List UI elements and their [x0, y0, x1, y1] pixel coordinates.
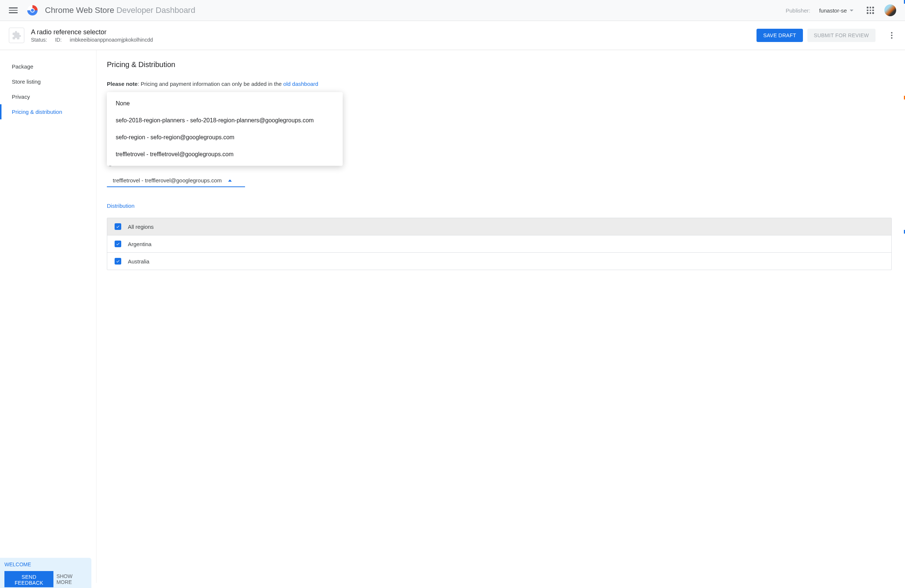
region-row-argentina[interactable]: Argentina — [107, 235, 891, 252]
group-select[interactable]: treffletrovel - trefflerovel@googlegroup… — [107, 174, 245, 187]
item-status-label: Status: — [31, 37, 47, 43]
feedback-title: WELCOME — [5, 561, 87, 567]
save-draft-button[interactable]: SAVE DRAFT — [756, 29, 803, 42]
avatar[interactable] — [884, 5, 896, 16]
show-more-link[interactable]: SHOW MORE — [56, 573, 87, 585]
group-select-wrap: None sefo-2018-region-planners - sefo-20… — [107, 174, 892, 187]
app-subtitle: Developer Dashboard — [116, 6, 195, 15]
app-header: Chrome Web Store Developer Dashboard Pub… — [0, 0, 905, 21]
region-table: All regions Argentina Australia — [107, 218, 892, 270]
region-checkbox-all[interactable] — [114, 223, 121, 230]
item-id-label: ID: — [55, 37, 62, 43]
region-label: All regions — [128, 223, 154, 230]
sidebar-item-package[interactable]: Package — [0, 59, 96, 74]
dropdown-option-3[interactable]: treffletrovel - treffletrovel@googlegrou… — [107, 146, 343, 163]
region-row-australia[interactable]: Australia — [107, 252, 891, 270]
body: Package Store listing Privacy Pricing & … — [0, 50, 905, 583]
apps-grid-icon[interactable] — [867, 6, 874, 14]
item-id-value: imbkeeibioanppnoaomjpkokolhincdd — [70, 37, 153, 43]
content: Pricing & Distribution Please note: Pric… — [97, 50, 905, 583]
pricing-note: Please note: Pricing and payment informa… — [107, 81, 892, 87]
sidebar-item-pricing[interactable]: Pricing & distribution — [0, 104, 96, 119]
region-label: Australia — [128, 258, 149, 265]
chevron-down-icon — [850, 10, 853, 11]
group-dropdown-panel: None sefo-2018-region-planners - sefo-20… — [107, 92, 343, 166]
chrome-logo — [27, 5, 38, 16]
dropdown-option-none[interactable]: None — [107, 95, 343, 112]
note-bold: Please note — [107, 81, 137, 87]
distribution-section: Distribution All regions Argentina Austr… — [107, 203, 892, 270]
group-select-value: treffletrovel - trefflerovel@googlegroup… — [113, 177, 222, 184]
item-name: A radio reference selector — [31, 29, 160, 36]
note-rest: : Pricing and payment information can on… — [137, 81, 283, 87]
publisher-value: funastor-se — [819, 7, 847, 14]
sidebar-item-privacy[interactable]: Privacy — [0, 89, 96, 104]
old-dashboard-link[interactable]: old dashboard — [283, 81, 318, 87]
item-sub: Status: ID: imbkeeibioanppnoaomjpkokolhi… — [31, 37, 160, 43]
item-meta: A radio reference selector Status: ID: i… — [31, 29, 160, 43]
submit-for-review-button[interactable]: SUBMIT FOR REVIEW — [807, 29, 875, 42]
extension-puzzle-icon — [9, 28, 24, 43]
region-row-all[interactable]: All regions — [107, 218, 891, 235]
sidebar-item-store-listing[interactable]: Store listing — [0, 74, 96, 89]
publisher-selector[interactable]: funastor-se — [819, 7, 853, 14]
region-checkbox-argentina[interactable] — [114, 241, 121, 247]
item-bar: A radio reference selector Status: ID: i… — [0, 21, 905, 50]
distribution-label: Distribution — [107, 203, 892, 209]
more-vert-icon[interactable] — [887, 32, 896, 39]
publisher-label: Publisher: — [786, 7, 810, 14]
region-checkbox-australia[interactable] — [114, 258, 121, 265]
send-feedback-button[interactable]: SEND FEEDBACK — [5, 571, 54, 587]
chevron-up-icon — [228, 179, 232, 182]
sidebar: Package Store listing Privacy Pricing & … — [0, 50, 97, 583]
app-title: Chrome Web Store — [45, 6, 114, 15]
dropdown-option-1[interactable]: sefo-2018-region-planners - sefo-2018-re… — [107, 112, 343, 129]
feedback-widget: WELCOME SEND FEEDBACK SHOW MORE — [0, 558, 91, 588]
dropdown-option-2[interactable]: sefo-region - sefo-region@googlegroups.c… — [107, 129, 343, 146]
page-title: Pricing & Distribution — [107, 60, 892, 69]
region-label: Argentina — [128, 241, 151, 247]
svg-point-2 — [31, 9, 34, 12]
menu-icon[interactable] — [9, 6, 18, 15]
